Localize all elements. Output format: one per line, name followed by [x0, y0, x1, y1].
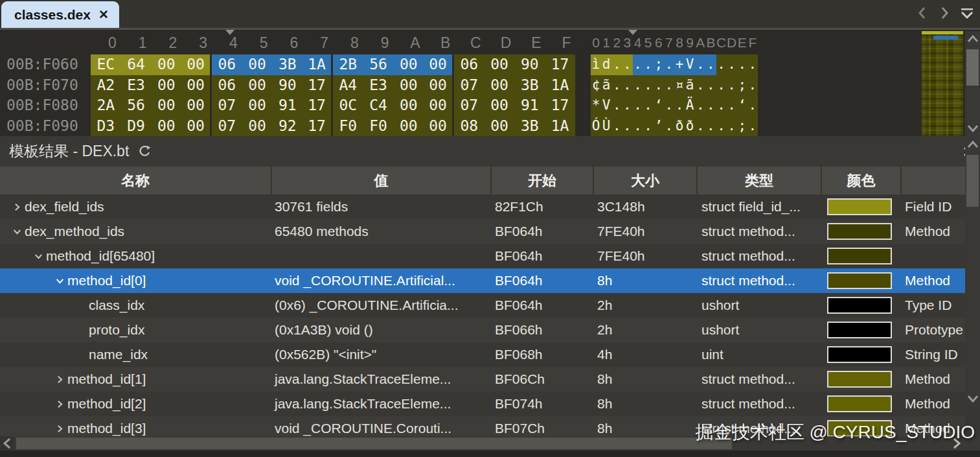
hex-byte[interactable]: 00 — [152, 95, 182, 116]
hex-byte[interactable]: 00 — [484, 54, 515, 75]
expander-icon[interactable] — [9, 194, 25, 219]
hex-byte[interactable]: F0 — [333, 116, 363, 137]
ascii-char[interactable]: . — [727, 75, 737, 96]
hex-byte[interactable]: 17 — [302, 75, 331, 96]
ascii-char[interactable]: . — [705, 54, 716, 75]
back-icon[interactable] — [915, 5, 929, 23]
ascii-char[interactable]: d — [601, 54, 611, 75]
template-result-row[interactable]: method_id[65480] BF064h 7FE40h struct me… — [0, 244, 965, 268]
hex-byte[interactable]: 90 — [515, 54, 545, 75]
hex-byte[interactable]: 00 — [394, 75, 424, 96]
hex-byte[interactable]: 0C — [333, 95, 363, 116]
ascii-char[interactable]: . — [695, 95, 705, 116]
ascii-char[interactable]: ì — [591, 54, 601, 75]
ascii-char[interactable]: . — [622, 95, 632, 116]
hex-byte[interactable]: 3B — [515, 75, 545, 96]
scrollbar-thumb[interactable] — [16, 438, 732, 449]
ascii-char[interactable]: . — [664, 54, 674, 75]
hex-byte[interactable]: 00 — [152, 116, 182, 137]
hex-byte[interactable]: D3 — [91, 116, 121, 137]
scroll-left-icon[interactable] — [0, 436, 14, 451]
hex-byte[interactable]: 56 — [363, 54, 394, 75]
expander-icon[interactable] — [73, 293, 89, 318]
color-swatch[interactable] — [827, 248, 892, 264]
hex-byte[interactable]: 00 — [394, 95, 424, 116]
hex-byte[interactable]: 00 — [424, 116, 452, 137]
expander-icon[interactable] — [73, 342, 89, 367]
hex-vertical-scrollbar[interactable] — [965, 31, 980, 136]
hex-byte[interactable]: 07 — [454, 75, 484, 96]
ascii-char[interactable]: . — [727, 54, 737, 75]
hex-byte[interactable]: E3 — [363, 75, 394, 96]
ascii-char[interactable]: . — [747, 75, 758, 96]
template-result-row[interactable]: dex_method_ids 65480 methods BF064h 7FE4… — [0, 219, 965, 244]
ascii-char[interactable]: . — [633, 116, 643, 137]
hex-byte[interactable]: 56 — [121, 95, 152, 116]
expander-icon[interactable] — [30, 244, 46, 268]
hex-byte[interactable]: 07 — [212, 95, 242, 116]
hex-byte[interactable]: 00 — [152, 75, 182, 96]
hex-byte[interactable]: 00 — [394, 116, 424, 137]
hex-byte[interactable]: 1A — [302, 54, 331, 75]
hex-byte[interactable]: 1A — [545, 75, 575, 96]
hex-byte[interactable]: 64 — [121, 54, 152, 75]
hex-byte[interactable]: 00 — [181, 116, 210, 137]
hex-byte[interactable]: 1A — [545, 116, 575, 137]
hex-byte[interactable]: 2A — [91, 95, 121, 116]
hex-byte[interactable]: 17 — [302, 95, 331, 116]
ascii-char[interactable]: V — [685, 54, 695, 75]
ascii-char[interactable]: Ù — [601, 116, 611, 137]
hex-byte[interactable]: 00 — [484, 95, 515, 116]
scroll-up-icon[interactable] — [965, 31, 980, 47]
tab-classes-dex[interactable]: classes.dex ✕ — [1, 1, 119, 28]
file-minimap[interactable] — [922, 31, 963, 136]
color-swatch[interactable] — [827, 272, 892, 289]
ascii-char[interactable]: . — [643, 75, 654, 96]
hex-byte[interactable]: 00 — [242, 95, 273, 116]
hex-byte[interactable]: 2B — [333, 54, 363, 75]
hex-byte[interactable]: EC — [91, 54, 121, 75]
hex-byte[interactable]: 00 — [424, 54, 452, 75]
ascii-char[interactable]: . — [633, 75, 643, 96]
ascii-char[interactable]: . — [622, 75, 632, 96]
ascii-char[interactable]: . — [716, 95, 727, 116]
ascii-char[interactable]: . — [716, 54, 727, 75]
ascii-char[interactable]: ã — [685, 75, 695, 96]
ascii-char[interactable]: ã — [601, 75, 611, 96]
ascii-char[interactable]: . — [611, 95, 622, 116]
template-result-row[interactable]: proto_idx (0x1A3B) void () BF066h 2h ush… — [0, 318, 965, 342]
hex-byte[interactable]: 00 — [181, 95, 210, 116]
column-header-4[interactable]: 大小 — [593, 167, 696, 194]
hex-byte[interactable]: 17 — [545, 95, 575, 116]
column-header-7[interactable] — [900, 167, 965, 194]
ascii-char[interactable]: Ó — [591, 116, 601, 137]
ascii-char[interactable]: ¢ — [591, 75, 601, 96]
ascii-char[interactable]: . — [611, 116, 622, 137]
color-swatch[interactable] — [827, 371, 892, 388]
hex-byte[interactable]: 3B — [273, 54, 303, 75]
ascii-char[interactable]: ; — [737, 116, 747, 137]
ascii-char[interactable]: . — [716, 75, 727, 96]
ascii-char[interactable]: ‘ — [654, 95, 664, 116]
ascii-char[interactable]: . — [747, 54, 758, 75]
ascii-char[interactable]: . — [705, 75, 716, 96]
hex-byte[interactable]: 92 — [273, 116, 303, 137]
column-header-5[interactable]: 类型 — [696, 167, 821, 194]
color-swatch[interactable] — [827, 395, 892, 412]
ascii-char[interactable]: ð — [674, 116, 685, 137]
expander-icon[interactable] — [9, 219, 25, 244]
hex-byte[interactable]: 00 — [242, 116, 273, 137]
hex-byte[interactable]: A4 — [333, 75, 363, 96]
hex-byte[interactable]: 00 — [242, 75, 273, 96]
template-result-row[interactable]: method_id[0] void _COROUTINE.Artificial.… — [0, 268, 965, 293]
ascii-char[interactable]: . — [705, 116, 716, 137]
ascii-char[interactable]: . — [737, 54, 747, 75]
ascii-char[interactable]: ‘ — [737, 95, 747, 116]
expander-icon[interactable] — [52, 392, 67, 416]
template-result-row[interactable]: class_idx (0x6) _COROUTINE.Artificia... … — [0, 293, 965, 318]
ascii-char[interactable]: . — [705, 95, 716, 116]
hex-byte[interactable]: 00 — [484, 116, 515, 137]
hex-byte[interactable]: 17 — [302, 116, 331, 137]
scrollbar-thumb[interactable] — [966, 155, 979, 207]
ascii-char[interactable]: . — [695, 54, 705, 75]
